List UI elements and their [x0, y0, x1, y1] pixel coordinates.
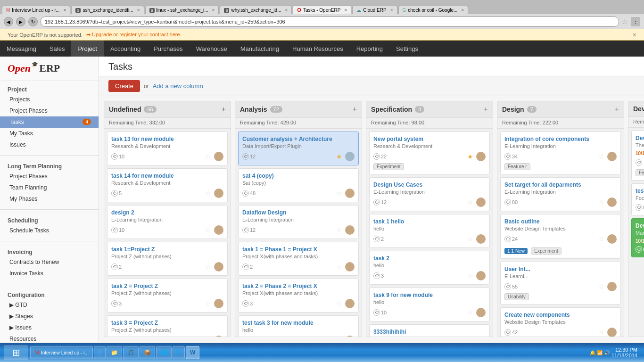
- card-star[interactable]: ☆: [598, 235, 604, 243]
- nav-settings[interactable]: Settings: [389, 41, 425, 57]
- tab-google[interactable]: G chock or coil - Google... ×: [398, 6, 469, 14]
- card-test-task3[interactable]: test task 3 for new module hello ⏱ 10 ☆: [238, 315, 359, 337]
- col-add-undefined[interactable]: +: [222, 105, 226, 114]
- card-set-target[interactable]: Set target for all deparments E-Learning…: [500, 177, 621, 211]
- card-task2-hello[interactable]: task 2 hello ⏱ 3 ☆: [369, 251, 490, 285]
- sidebar-item-issues[interactable]: Issues: [0, 139, 99, 150]
- taskbar-app-media[interactable]: 🎵: [123, 346, 139, 359]
- nav-reporting[interactable]: Reporting: [350, 41, 389, 57]
- col-add-design[interactable]: +: [615, 105, 619, 114]
- card-task1z[interactable]: task 1=Project Z Project Z (without phas…: [107, 242, 228, 276]
- card-star[interactable]: ☆: [467, 272, 473, 280]
- taskbar-app-chrome[interactable]: 🌐: [156, 346, 172, 359]
- sidebar-item-tasks[interactable]: Tasks 4: [0, 116, 99, 128]
- nav-hr[interactable]: Human Resources: [286, 41, 350, 57]
- nav-manufacturing[interactable]: Manufacturing: [234, 41, 286, 57]
- card-star[interactable]: ☆: [598, 329, 604, 336]
- taskbar-app-explorer[interactable]: 📁: [107, 346, 122, 359]
- tab-clouderp[interactable]: ☁ Cloud ERP ×: [352, 6, 397, 14]
- card-star[interactable]: ☆: [336, 226, 342, 234]
- sidebar-item-gtd[interactable]: ▶ GTD: [0, 299, 99, 311]
- card-task2-phase2[interactable]: task 2 = Phase 2 = Project X Project X(w…: [238, 279, 359, 313]
- nav-accounting[interactable]: Accounting: [104, 41, 147, 57]
- refresh-button[interactable]: ↻: [28, 17, 38, 26]
- sidebar-item-invoice-tasks[interactable]: Invoice Tasks: [0, 268, 99, 279]
- col-add-analysis[interactable]: +: [353, 105, 357, 114]
- card-star[interactable]: ☆: [205, 263, 211, 271]
- card-create-components[interactable]: Create new components Website Design Tem…: [500, 307, 621, 337]
- tab-gmail[interactable]: M Interview Lined up - r... ×: [2, 6, 70, 14]
- taskbar-app-ie[interactable]: e: [94, 346, 106, 359]
- card-star[interactable]: ☆: [598, 283, 604, 290]
- card-develo-manage[interactable]: Develop... Manage... 10/19/20... ⏱ 60 ☆: [631, 218, 644, 257]
- tab-openerp[interactable]: O Tasks - OpenERP ×: [293, 5, 351, 14]
- card-customer-analysis[interactable]: Customer analysis + Architecture Data Im…: [238, 132, 359, 165]
- card-star[interactable]: ★: [336, 153, 342, 160]
- card-basic-outline[interactable]: Basic outline Website Design Templates ⏱…: [500, 214, 621, 259]
- card-develo1[interactable]: Develo... The Jac... 10/17/20... ⏱ 76 ☆ …: [631, 131, 644, 181]
- card-test-tas[interactable]: test tas... Focus P... ⏱ 0 ☆: [631, 183, 644, 215]
- card-task13[interactable]: task 13 for new module Research & Develo…: [107, 132, 228, 165]
- tab-ssh2[interactable]: $ linux - ssh_exchange_i... ×: [145, 6, 219, 14]
- create-button[interactable]: Create: [108, 80, 140, 92]
- sidebar-item-project-phases[interactable]: Project Phases: [0, 105, 99, 116]
- card-star[interactable]: ☆: [205, 226, 211, 234]
- sidebar-item-resources[interactable]: Resources: [0, 333, 99, 342]
- notif-link[interactable]: ➡ Upgrade or register your contract here…: [86, 32, 182, 38]
- sidebar-item-contracts[interactable]: Contracts to Renew: [0, 256, 99, 268]
- sidebar-item-my-phases[interactable]: My Phases: [0, 193, 99, 205]
- card-task3z[interactable]: task 3 = Project Z Project Z (without ph…: [107, 315, 228, 337]
- card-star[interactable]: ☆: [205, 300, 211, 307]
- card-user-int[interactable]: User Int... E-Learni... ⏱ 55 ☆ Usability: [500, 262, 621, 304]
- tab-ssh1[interactable]: $ ssh_exchange_identifi... ×: [71, 6, 144, 14]
- card-star[interactable]: ☆: [336, 263, 342, 271]
- col-add-specification[interactable]: +: [484, 105, 488, 114]
- back-button[interactable]: ◀: [4, 17, 13, 26]
- start-button[interactable]: ⊞: [4, 345, 28, 360]
- sidebar-item-config-issues[interactable]: ▶ Issues: [0, 322, 99, 333]
- nav-sales[interactable]: Sales: [43, 41, 72, 57]
- card-3333[interactable]: 3333hihihihi schedule test 2 ⏱ 2 ☆ Usabi…: [369, 324, 490, 337]
- card-dataflow[interactable]: Dataflow Design E-Learning Integration ⏱…: [238, 205, 359, 239]
- card-task9[interactable]: task 9 for new module hello ⏱ 10 ☆: [369, 288, 490, 321]
- card-star[interactable]: ☆: [598, 198, 604, 206]
- nav-project[interactable]: Project: [71, 41, 103, 57]
- card-star[interactable]: ☆: [467, 309, 473, 316]
- card-integration-core[interactable]: Integration of core components E-Learnin…: [500, 132, 621, 174]
- nav-messaging[interactable]: Messaging: [0, 41, 43, 57]
- sidebar-item-team-planning[interactable]: Team Planning: [0, 182, 99, 193]
- nav-purchases[interactable]: Purchases: [147, 41, 189, 57]
- card-portal[interactable]: New portal system Research & Development…: [369, 132, 490, 174]
- taskbar-app-word[interactable]: W: [186, 346, 199, 359]
- taskbar-app-gmail[interactable]: M Interview Lined up - r...: [30, 346, 93, 359]
- notif-close-button[interactable]: ×: [633, 31, 636, 39]
- forward-button[interactable]: ▶: [16, 17, 25, 26]
- taskbar-app-skype[interactable]: S: [173, 346, 185, 359]
- card-star[interactable]: ☆: [205, 153, 211, 160]
- add-column-link[interactable]: Add a new column: [153, 82, 203, 90]
- card-design2[interactable]: design 2 E-Learning Integration ⏱ 10 ☆: [107, 205, 228, 239]
- taskbar-app-vm[interactable]: 📦: [140, 346, 155, 359]
- bookmark-star[interactable]: ☆: [622, 18, 628, 25]
- extensions-button[interactable]: ⋮: [631, 17, 640, 26]
- nav-warehouse[interactable]: Warehouse: [190, 41, 234, 57]
- card-task1-hello[interactable]: task 1 hello hello ⏱ 2 ☆: [369, 214, 490, 248]
- tab-ssh3[interactable]: $ why.ssh_exchange_id... ×: [220, 6, 292, 14]
- card-star[interactable]: ☆: [205, 189, 211, 197]
- card-design-uc[interactable]: Design Use Cases E-Learning Integration …: [369, 177, 490, 211]
- card-task1-phase1[interactable]: task 1 = Phase 1 = Project X Project X(w…: [238, 242, 359, 276]
- sidebar-item-ltp-phases[interactable]: Project Phases: [0, 171, 99, 182]
- card-star[interactable]: ☆: [467, 198, 473, 206]
- sidebar-item-my-tasks[interactable]: My Tasks: [0, 128, 99, 139]
- card-star[interactable]: ☆: [467, 235, 473, 243]
- sidebar-item-schedule-tasks[interactable]: Schedule Tasks: [0, 225, 99, 236]
- card-star[interactable]: ☆: [336, 300, 342, 307]
- url-input[interactable]: 192.168.1.23:8069/?db=test_project#view_…: [41, 16, 619, 27]
- card-star[interactable]: ★: [467, 153, 473, 160]
- card-star[interactable]: ☆: [598, 153, 604, 160]
- card-star[interactable]: ☆: [336, 189, 342, 197]
- card-task2z[interactable]: task 2 = Project Z Project Z (without ph…: [107, 279, 228, 313]
- card-task14[interactable]: task 14 for new module Research & Develo…: [107, 168, 228, 202]
- card-sat4[interactable]: sat 4 (copy) Sat (copy) ⏱ 48 ☆: [238, 168, 359, 202]
- sidebar-item-stages[interactable]: ▶ Stages: [0, 311, 99, 322]
